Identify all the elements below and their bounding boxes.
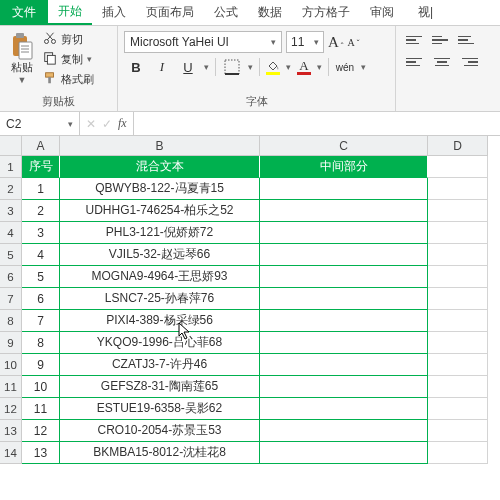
table-cell[interactable] (428, 332, 488, 354)
tab-insert[interactable]: 插入 (92, 0, 136, 25)
tab-page-layout[interactable]: 页面布局 (136, 0, 204, 25)
table-cell[interactable] (428, 376, 488, 398)
table-cell[interactable] (428, 244, 488, 266)
table-cell[interactable]: 3 (22, 222, 60, 244)
table-cell[interactable]: YKQO9-1996-吕心菲68 (60, 332, 260, 354)
table-cell[interactable]: 9 (22, 354, 60, 376)
table-cell[interactable]: 8 (22, 332, 60, 354)
table-cell[interactable] (260, 420, 428, 442)
table-cell[interactable]: 12 (22, 420, 60, 442)
row-header-13[interactable]: 13 (0, 420, 22, 442)
row-header-3[interactable]: 3 (0, 200, 22, 222)
table-cell[interactable] (428, 222, 488, 244)
fill-dropdown-icon[interactable]: ▾ (286, 62, 291, 72)
table-cell[interactable]: 4 (22, 244, 60, 266)
phonetic-button[interactable]: wén (335, 57, 355, 77)
table-cell[interactable]: CZATJ3-7-许丹46 (60, 354, 260, 376)
table-cell[interactable]: 6 (22, 288, 60, 310)
column-header-C[interactable]: C (260, 136, 428, 156)
tab-square-grid[interactable]: 方方格子 (292, 0, 360, 25)
fx-button[interactable]: fx (118, 116, 127, 131)
table-cell[interactable] (260, 244, 428, 266)
table-cell[interactable] (260, 442, 428, 464)
row-header-4[interactable]: 4 (0, 222, 22, 244)
table-cell[interactable]: CRO10-2054-苏景玉53 (60, 420, 260, 442)
tab-formulas[interactable]: 公式 (204, 0, 248, 25)
align-center-button[interactable] (432, 53, 452, 71)
table-cell[interactable] (260, 222, 428, 244)
cut-button[interactable]: 剪切 (40, 30, 97, 48)
table-cell[interactable] (260, 288, 428, 310)
table-cell[interactable] (428, 200, 488, 222)
paste-button[interactable]: 粘贴 ▼ (6, 28, 38, 92)
row-header-14[interactable]: 14 (0, 442, 22, 464)
decrease-font-button[interactable]: Aˇ (348, 37, 360, 48)
table-cell[interactable]: 5 (22, 266, 60, 288)
paste-dropdown-icon[interactable]: ▼ (18, 75, 27, 85)
select-all-button[interactable] (0, 136, 22, 156)
table-cell[interactable] (428, 288, 488, 310)
row-header-11[interactable]: 11 (0, 376, 22, 398)
bold-button[interactable]: B (126, 57, 146, 77)
table-cell[interactable]: LSNC7-25-孙春萍76 (60, 288, 260, 310)
table-cell[interactable]: 11 (22, 398, 60, 420)
column-header-B[interactable]: B (60, 136, 260, 156)
underline-button[interactable]: U (178, 57, 198, 77)
align-bottom-button[interactable] (458, 31, 478, 49)
row-header-2[interactable]: 2 (0, 178, 22, 200)
phonetic-dropdown-icon[interactable]: ▾ (361, 62, 366, 72)
row-header-7[interactable]: 7 (0, 288, 22, 310)
row-header-10[interactable]: 10 (0, 354, 22, 376)
table-cell[interactable] (260, 332, 428, 354)
increase-font-button[interactable]: Aˆ (328, 34, 344, 51)
format-painter-button[interactable]: 格式刷 (40, 70, 97, 88)
align-middle-button[interactable] (432, 31, 452, 49)
align-top-button[interactable] (406, 31, 426, 49)
table-cell[interactable] (428, 178, 488, 200)
table-cell[interactable]: UDHHG1-746254-柏乐之52 (60, 200, 260, 222)
table-cell[interactable]: 7 (22, 310, 60, 332)
column-header-D[interactable]: D (428, 136, 488, 156)
italic-button[interactable]: I (152, 57, 172, 77)
table-cell[interactable] (260, 376, 428, 398)
row-header-9[interactable]: 9 (0, 332, 22, 354)
table-cell[interactable]: PIXI4-389-杨采绿56 (60, 310, 260, 332)
table-cell[interactable]: PHL3-121-倪娇娇72 (60, 222, 260, 244)
font-color-button[interactable]: A (297, 59, 311, 75)
row-header-8[interactable]: 8 (0, 310, 22, 332)
table-cell[interactable] (428, 354, 488, 376)
font-name-select[interactable]: Microsoft YaHei UI ▾ (124, 31, 282, 53)
table-cell[interactable] (428, 442, 488, 464)
table-cell[interactable] (260, 266, 428, 288)
font-size-select[interactable]: 11 ▾ (286, 31, 324, 53)
tab-review[interactable]: 审阅 (360, 0, 404, 25)
table-cell[interactable]: GEFSZ8-31-陶南莲65 (60, 376, 260, 398)
tab-home[interactable]: 开始 (48, 0, 92, 25)
fill-color-button[interactable] (266, 60, 280, 75)
table-cell[interactable]: ESTUE19-6358-吴影62 (60, 398, 260, 420)
font-color-dropdown-icon[interactable]: ▾ (317, 62, 322, 72)
copy-dropdown-icon[interactable]: ▾ (87, 54, 92, 64)
table-cell[interactable] (260, 178, 428, 200)
table-cell[interactable]: 10 (22, 376, 60, 398)
column-header-A[interactable]: A (22, 136, 60, 156)
table-cell[interactable] (260, 354, 428, 376)
tab-view[interactable]: 视| (408, 0, 443, 25)
table-cell[interactable]: MOGNA9-4964-王思娇93 (60, 266, 260, 288)
table-cell[interactable] (260, 200, 428, 222)
name-box[interactable]: C2 ▾ (0, 112, 80, 135)
table-cell[interactable]: VJIL5-32-赵远琴66 (60, 244, 260, 266)
border-dropdown-icon[interactable]: ▾ (248, 62, 253, 72)
table-cell[interactable] (428, 420, 488, 442)
tab-file[interactable]: 文件 (0, 0, 48, 25)
table-cell[interactable]: 2 (22, 200, 60, 222)
table-header-cell[interactable] (428, 156, 488, 178)
row-header-6[interactable]: 6 (0, 266, 22, 288)
table-cell[interactable]: QBWYB8-122-冯夏青15 (60, 178, 260, 200)
table-cell[interactable] (428, 398, 488, 420)
table-cell[interactable] (260, 398, 428, 420)
border-button[interactable] (222, 57, 242, 77)
align-left-button[interactable] (406, 53, 426, 71)
align-right-button[interactable] (458, 53, 478, 71)
table-header-cell[interactable]: 序号 (22, 156, 60, 178)
